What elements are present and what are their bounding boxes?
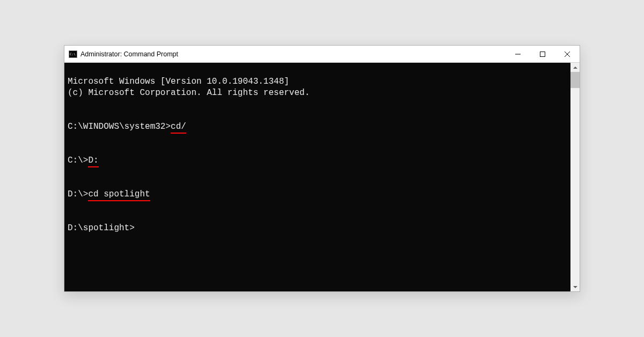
prompt-line-1: C:\WINDOWS\system32>cd/ [68, 121, 186, 133]
prompt-line-4: D:\spotlight> [68, 223, 135, 234]
svg-rect-1 [540, 52, 545, 56]
version-line: Microsoft Windows [Version 10.0.19043.13… [68, 76, 289, 87]
vertical-scrollbar[interactable] [570, 63, 580, 291]
close-button[interactable] [555, 46, 580, 62]
maximize-icon [540, 52, 545, 57]
window-title: Administrator: Command Prompt [80, 50, 506, 58]
window-controls [506, 46, 580, 62]
prompt-1-path: C:\WINDOWS\system32> [68, 122, 171, 131]
scroll-down-button[interactable] [570, 282, 580, 291]
minimize-button[interactable] [506, 46, 530, 62]
prompt-1-command: cd/ [171, 121, 186, 133]
prompt-line-3: D:\>cd spotlight [68, 189, 150, 200]
scrollbar-track[interactable] [570, 72, 580, 282]
chevron-up-icon [573, 67, 577, 69]
copyright-line: (c) Microsoft Corporation. All rights re… [68, 87, 310, 99]
minimize-icon [515, 52, 521, 57]
close-icon [565, 52, 570, 57]
terminal-area: Microsoft Windows [Version 10.0.19043.13… [64, 63, 580, 291]
cmd-icon [69, 50, 77, 58]
titlebar[interactable]: Administrator: Command Prompt [64, 46, 580, 63]
maximize-button[interactable] [530, 46, 555, 62]
svg-marker-5 [573, 286, 577, 288]
scrollbar-thumb[interactable] [570, 72, 580, 88]
prompt-2-path: C:\> [68, 156, 88, 165]
terminal-output[interactable]: Microsoft Windows [Version 10.0.19043.13… [64, 63, 570, 291]
prompt-3-command: cd spotlight [88, 189, 150, 200]
chevron-down-icon [573, 286, 577, 288]
svg-marker-4 [573, 67, 577, 69]
command-prompt-window: Administrator: Command Prompt Microsoft … [64, 45, 580, 292]
prompt-2-command: D: [88, 155, 98, 166]
prompt-3-path: D:\> [68, 189, 88, 199]
scroll-up-button[interactable] [570, 63, 580, 72]
prompt-line-2: C:\>D: [68, 155, 99, 166]
